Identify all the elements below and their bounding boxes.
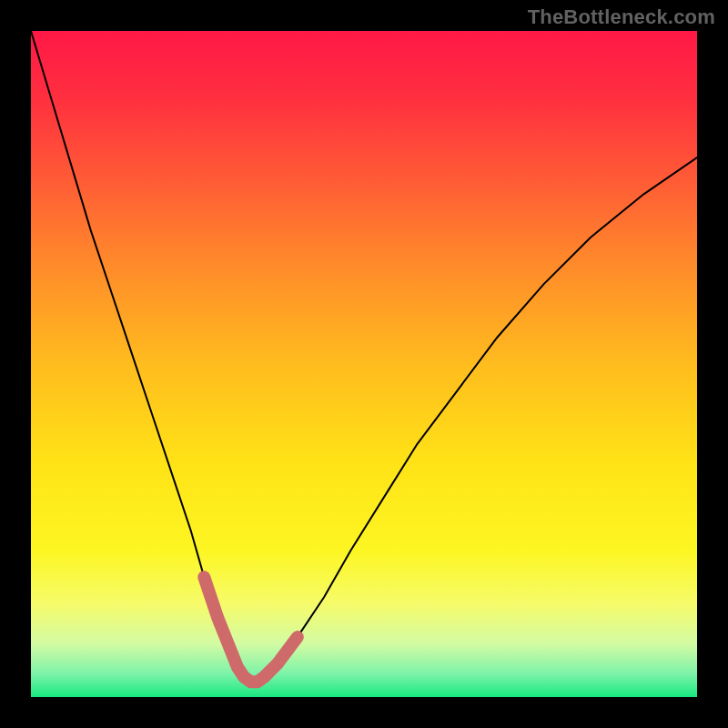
chart-svg xyxy=(31,31,697,697)
chart-plot-area xyxy=(31,31,697,697)
watermark-text: TheBottleneck.com xyxy=(528,5,715,29)
chart-container: TheBottleneck.com xyxy=(0,0,728,728)
gradient-background xyxy=(31,31,697,697)
